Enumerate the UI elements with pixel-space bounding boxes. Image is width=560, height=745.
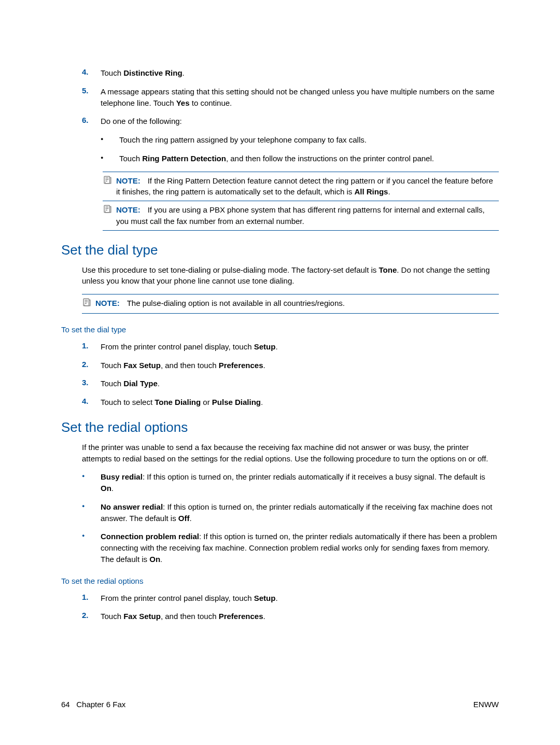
note-text: NOTE:If you are using a PBX phone system…	[116, 204, 499, 227]
chapter-label: Chapter 6 Fax	[76, 700, 125, 709]
step-text: Touch Dial Type.	[101, 378, 499, 389]
note-icon	[103, 204, 116, 227]
section-dial-body: Use this procedure to set tone-dialing o…	[82, 264, 499, 314]
step-number: 4.	[82, 67, 101, 79]
step-6: 6. Do one of the following:	[82, 116, 499, 127]
bullet-text: No answer redial: If this option is turn…	[101, 501, 499, 524]
step-text: Touch Distinctive Ring.	[101, 67, 499, 79]
step-1: 1. From the printer control panel displa…	[82, 341, 499, 353]
step-text: Touch Fax Setup, and then touch Preferen…	[101, 360, 499, 371]
step-number: 5.	[82, 86, 101, 109]
subhead-to-set-dial-type: To set the dial type	[61, 325, 499, 334]
step-text: Do one of the following:	[101, 116, 499, 127]
heading-set-redial-options: Set the redial options	[61, 419, 499, 435]
bullet-icon	[82, 531, 101, 565]
note-icon	[82, 298, 95, 310]
bullet-text: Touch the ring pattern assigned by your …	[119, 134, 499, 146]
step-text: Touch Fax Setup, and then touch Preferen…	[101, 611, 499, 622]
step-number: 6.	[82, 116, 101, 127]
step-2: 2. Touch Fax Setup, and then touch Prefe…	[82, 360, 499, 371]
redial-bullet-busy: Busy redial: If this option is turned on…	[82, 471, 499, 494]
step-1: 1. From the printer control panel displa…	[82, 593, 499, 604]
step-2: 2. Touch Fax Setup, and then touch Prefe…	[82, 611, 499, 622]
bullet-text: Busy redial: If this option is turned on…	[101, 471, 499, 494]
note-ring-pattern: NOTE:If the Ring Pattern Detection featu…	[103, 172, 499, 202]
bullet-text: Connection problem redial: If this optio…	[101, 531, 499, 565]
page-number: 64	[61, 700, 70, 709]
sub-bullet: Touch the ring pattern assigned by your …	[101, 134, 499, 146]
bullet-icon	[82, 501, 101, 524]
redial-bullet-no-answer: No answer redial: If this option is turn…	[82, 501, 499, 524]
step-list-distinctive-ring: 4. Touch Distinctive Ring. 5. A message …	[82, 67, 499, 231]
redial-para: If the printer was unable to send a fax …	[82, 442, 499, 465]
note-pbx: NOTE:If you are using a PBX phone system…	[103, 201, 499, 231]
dial-type-para: Use this procedure to set tone-dialing o…	[82, 264, 499, 287]
bullet-icon	[101, 134, 119, 146]
section-redial-body: If the printer was unable to send a fax …	[82, 442, 499, 565]
step-number: 1.	[82, 593, 101, 604]
sub-bullet: Touch Ring Pattern Detection, and then f…	[101, 153, 499, 164]
note-pulse-dialing: NOTE:The pulse-dialing option is not ava…	[82, 294, 499, 314]
heading-set-dial-type: Set the dial type	[61, 242, 499, 258]
step-list-dial-type: 1. From the printer control panel displa…	[82, 341, 499, 408]
note-body: If the Ring Pattern Detection feature ca…	[116, 176, 493, 196]
step-4: 4. Touch Distinctive Ring.	[82, 67, 499, 79]
note-label: NOTE:	[116, 205, 141, 214]
redial-bullet-connection-problem: Connection problem redial: If this optio…	[82, 531, 499, 565]
note-body: If you are using a PBX phone system that…	[116, 205, 485, 226]
step-4: 4. Touch to select Tone Dialing or Pulse…	[82, 397, 499, 408]
step-number: 2.	[82, 611, 101, 622]
step-3: 3. Touch Dial Type.	[82, 378, 499, 389]
subhead-to-set-redial-options: To set the redial options	[61, 577, 499, 585]
note-body: The pulse-dialing option is not availabl…	[127, 299, 345, 307]
bullet-icon	[101, 153, 119, 164]
step-number: 2.	[82, 360, 101, 371]
footer-right: ENWW	[473, 700, 499, 709]
note-text: NOTE:If the Ring Pattern Detection featu…	[116, 175, 499, 198]
note-label: NOTE:	[116, 176, 141, 185]
step-list-redial: 1. From the printer control panel displa…	[82, 593, 499, 623]
step-number: 4.	[82, 397, 101, 408]
step-text: From the printer control panel display, …	[101, 593, 499, 604]
step-text: A message appears stating that this sett…	[101, 86, 499, 109]
footer-left: 64 Chapter 6 Fax	[61, 700, 125, 709]
bullet-icon	[82, 471, 101, 494]
step-text: Touch to select Tone Dialing or Pulse Di…	[101, 397, 499, 408]
step-5: 5. A message appears stating that this s…	[82, 86, 499, 109]
page-content: 4. Touch Distinctive Ring. 5. A message …	[0, 0, 560, 622]
note-text: NOTE:The pulse-dialing option is not ava…	[95, 298, 499, 310]
note-label: NOTE:	[95, 299, 120, 307]
step-number: 3.	[82, 378, 101, 389]
page-footer: 64 Chapter 6 Fax ENWW	[61, 700, 499, 709]
note-icon	[103, 175, 116, 198]
step-number: 1.	[82, 341, 101, 353]
bullet-text: Touch Ring Pattern Detection, and then f…	[119, 153, 499, 164]
step-text: From the printer control panel display, …	[101, 341, 499, 353]
